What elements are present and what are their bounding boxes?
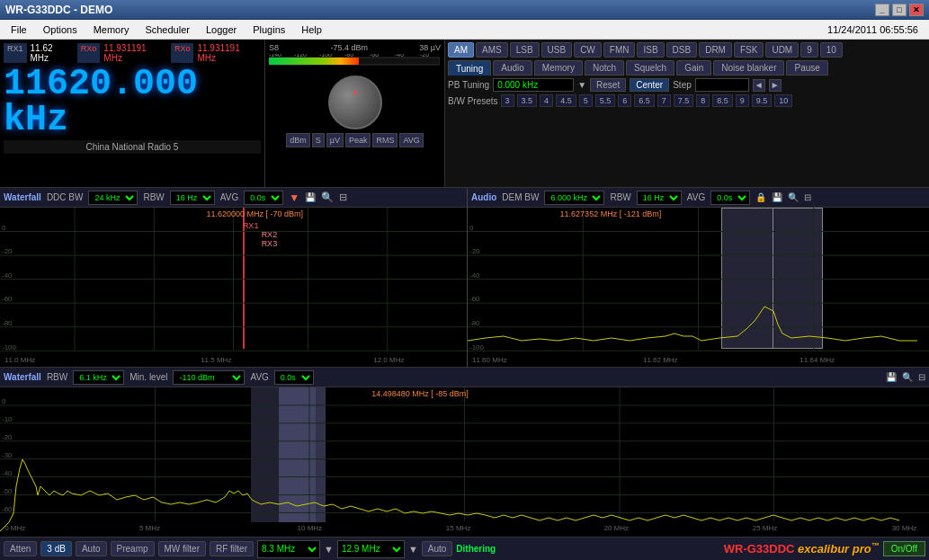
rf-filter-down-icon2[interactable]: ▼ (408, 544, 418, 555)
rbw-select-left[interactable]: 16 Hz (170, 191, 215, 205)
rbw-select-right[interactable]: 16 Hz (637, 191, 682, 205)
menu-options[interactable]: Options (36, 22, 85, 37)
bw-3-5[interactable]: 3.5 (517, 94, 538, 107)
rf-filter-select[interactable]: 8.3 MHz (257, 540, 320, 558)
tab-memory[interactable]: Memory (534, 60, 583, 76)
menu-logger[interactable]: Logger (199, 22, 244, 37)
svg-text:10 MHz: 10 MHz (298, 524, 323, 532)
step-input[interactable] (695, 78, 749, 92)
wideband-canvas[interactable]: 14.498480 MHz [ -85 dBm] 0 -10 (0, 387, 929, 537)
rbw-label-left: RBW (143, 192, 164, 202)
atten-value[interactable]: 3 dB (40, 541, 72, 556)
bw-8[interactable]: 8 (696, 94, 710, 107)
mode-ams[interactable]: AMS (476, 42, 508, 58)
peak-btn[interactable]: Peak (345, 133, 371, 147)
tab-gain[interactable]: Gain (676, 60, 711, 76)
wideband-rbw-select[interactable]: 6.1 kHz (73, 370, 124, 385)
bw-3[interactable]: 3 (501, 94, 514, 107)
close-button[interactable]: ✕ (909, 4, 924, 16)
auto2-btn[interactable]: Auto (422, 541, 453, 556)
big-frequency[interactable]: 11620.000 kHz (4, 67, 261, 138)
reset-button[interactable]: Reset (590, 78, 626, 92)
auto-btn[interactable]: Auto (76, 541, 107, 556)
wideband-min-level-select[interactable]: -110 dBm (173, 370, 245, 385)
menu-scheduler[interactable]: Scheduler (138, 22, 197, 37)
minimize-button[interactable]: _ (875, 4, 889, 16)
dropdown-icon[interactable]: ▼ (577, 80, 586, 90)
avg-btn[interactable]: AVG (399, 133, 423, 147)
save-icon-wide[interactable]: 💾 (886, 372, 897, 382)
zoom-in-icon[interactable]: 🔍 (321, 191, 334, 203)
step-left-btn[interactable]: ◄ (753, 79, 765, 92)
menu-memory[interactable]: Memory (86, 22, 137, 37)
bw-9[interactable]: 9 (736, 94, 749, 107)
mode-isb[interactable]: ISB (637, 42, 664, 58)
bw-7[interactable]: 7 (657, 94, 671, 107)
tab-squelch[interactable]: Squelch (626, 60, 674, 76)
uv-btn[interactable]: µV (326, 133, 344, 147)
s-btn[interactable]: S (312, 133, 325, 147)
mode-cw[interactable]: CW (574, 42, 602, 58)
wideband-avg-select[interactable]: 0.0s (274, 370, 314, 385)
pb-tuning-input[interactable] (493, 78, 574, 92)
zoom-out-icon[interactable]: ⊟ (339, 191, 347, 203)
mode-dsb[interactable]: DSB (666, 42, 698, 58)
step-10-btn[interactable]: 10 (820, 42, 843, 58)
tab-audio[interactable]: Audio (493, 60, 532, 76)
rf-filter-btn[interactable]: RF filter (210, 541, 254, 556)
dbm-btn[interactable]: dBm (286, 133, 310, 147)
menu-help[interactable]: Help (294, 22, 329, 37)
tuning-knob[interactable] (328, 76, 382, 129)
tab-noise-blanker[interactable]: Noise blanker (713, 60, 784, 76)
lock-icon[interactable]: 🔒 (755, 192, 766, 202)
zoom-in-icon-wide[interactable]: 🔍 (902, 372, 913, 382)
mode-fmn[interactable]: FMN (603, 42, 636, 58)
zoom-out-icon-right[interactable]: ⊟ (804, 192, 811, 202)
svg-text:12.0 MHz: 12.0 MHz (373, 356, 404, 364)
spectrum-canvas-left[interactable]: 11.620000 MHz [ -70 dBm] RX1 RX2 RX3 (0, 208, 467, 367)
menu-file[interactable]: File (4, 22, 34, 37)
bw-6[interactable]: 6 (618, 94, 631, 107)
tab-tuning[interactable]: Tuning (448, 60, 491, 76)
bw-8-5[interactable]: 8.5 (712, 94, 733, 107)
mode-usb[interactable]: USB (541, 42, 573, 58)
rf-filter-select2[interactable]: 12.9 MHz (337, 540, 405, 558)
bw-10[interactable]: 10 (774, 94, 792, 107)
tab-notch[interactable]: Notch (585, 60, 624, 76)
rf-filter-down-icon[interactable]: ▼ (324, 544, 334, 555)
zoom-out-icon-wide[interactable]: ⊟ (918, 372, 925, 382)
down-arrow-icon[interactable]: ▼ (289, 191, 299, 204)
bw-9-5[interactable]: 9.5 (752, 94, 773, 107)
menu-plugins[interactable]: Plugins (246, 22, 292, 37)
onoff-button[interactable]: On/Off (883, 541, 925, 556)
mode-lsb[interactable]: LSB (510, 42, 540, 58)
bw-6-5[interactable]: 6.5 (634, 94, 655, 107)
avg-select-left[interactable]: 0.0s (244, 191, 283, 205)
avg-select-right[interactable]: 0.0s (710, 191, 750, 205)
spectrum-canvas-right[interactable]: 11.627352 MHz [ -121 dBm] 0 -20 (468, 208, 929, 367)
mode-fsk[interactable]: FSK (734, 42, 764, 58)
tab-pause[interactable]: Pause (786, 60, 827, 76)
maximize-button[interactable]: □ (892, 4, 907, 16)
step-9-btn[interactable]: 9 (800, 42, 818, 58)
ddc-bw-select[interactable]: 24 kHz (88, 191, 138, 205)
bw-4[interactable]: 4 (540, 94, 553, 107)
center-button[interactable]: Center (630, 78, 669, 92)
rms-btn[interactable]: RMS (372, 133, 398, 147)
mode-drm[interactable]: DRM (699, 42, 732, 58)
bw-4-5[interactable]: 4.5 (556, 94, 576, 107)
mode-am[interactable]: AM (448, 42, 474, 58)
step-right-btn[interactable]: ► (769, 79, 782, 92)
freq-top-row: RX1 11.62 MHz RXo 11.931191 MHz RXo 11.9… (4, 43, 261, 63)
save-icon[interactable]: 💾 (305, 192, 316, 202)
preamp-btn[interactable]: Preamp (111, 541, 155, 556)
mw-filter-btn[interactable]: MW filter (158, 541, 206, 556)
bw-7-5[interactable]: 7.5 (674, 94, 694, 107)
atten-label[interactable]: Atten (4, 541, 37, 556)
zoom-in-icon-right[interactable]: 🔍 (788, 192, 799, 202)
bw-5[interactable]: 5 (579, 94, 593, 107)
dem-bw-select[interactable]: 6.000 kHz (544, 191, 604, 205)
bw-5-5[interactable]: 5.5 (595, 94, 616, 107)
mode-udm[interactable]: UDM (765, 42, 799, 58)
save-icon-right[interactable]: 💾 (772, 192, 782, 202)
